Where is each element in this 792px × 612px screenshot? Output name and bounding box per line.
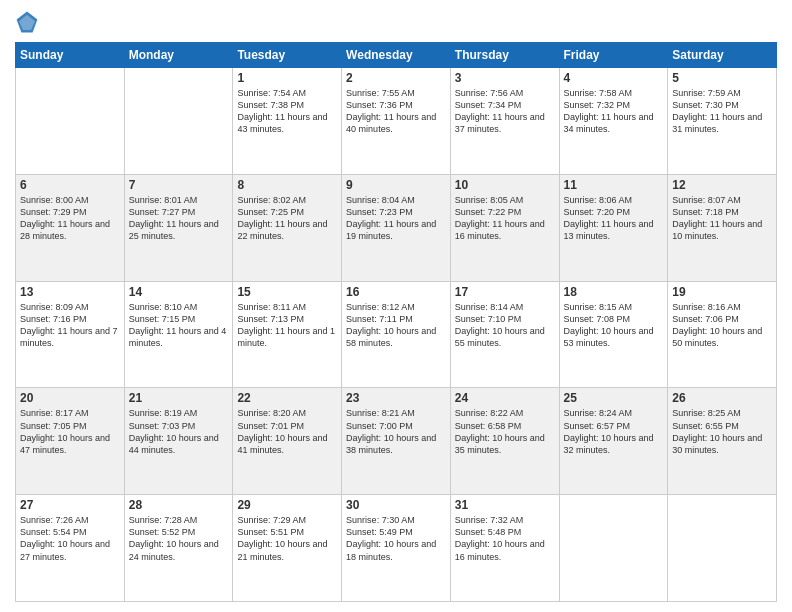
calendar-week-5: 27Sunrise: 7:26 AMSunset: 5:54 PMDayligh… — [16, 495, 777, 602]
calendar-week-2: 6Sunrise: 8:00 AMSunset: 7:29 PMDaylight… — [16, 174, 777, 281]
calendar-cell: 8Sunrise: 8:02 AMSunset: 7:25 PMDaylight… — [233, 174, 342, 281]
day-number: 13 — [20, 285, 120, 299]
logo — [15, 10, 43, 34]
cell-info: Sunrise: 7:58 AMSunset: 7:32 PMDaylight:… — [564, 87, 664, 136]
page: SundayMondayTuesdayWednesdayThursdayFrid… — [0, 0, 792, 612]
day-number: 11 — [564, 178, 664, 192]
cell-info: Sunrise: 8:19 AMSunset: 7:03 PMDaylight:… — [129, 407, 229, 456]
calendar-week-4: 20Sunrise: 8:17 AMSunset: 7:05 PMDayligh… — [16, 388, 777, 495]
day-number: 29 — [237, 498, 337, 512]
cell-info: Sunrise: 7:59 AMSunset: 7:30 PMDaylight:… — [672, 87, 772, 136]
calendar-cell: 10Sunrise: 8:05 AMSunset: 7:22 PMDayligh… — [450, 174, 559, 281]
cell-info: Sunrise: 8:20 AMSunset: 7:01 PMDaylight:… — [237, 407, 337, 456]
day-number: 4 — [564, 71, 664, 85]
calendar-cell: 26Sunrise: 8:25 AMSunset: 6:55 PMDayligh… — [668, 388, 777, 495]
calendar-cell: 17Sunrise: 8:14 AMSunset: 7:10 PMDayligh… — [450, 281, 559, 388]
cell-info: Sunrise: 8:04 AMSunset: 7:23 PMDaylight:… — [346, 194, 446, 243]
calendar-cell: 7Sunrise: 8:01 AMSunset: 7:27 PMDaylight… — [124, 174, 233, 281]
calendar-cell: 29Sunrise: 7:29 AMSunset: 5:51 PMDayligh… — [233, 495, 342, 602]
cell-info: Sunrise: 8:09 AMSunset: 7:16 PMDaylight:… — [20, 301, 120, 350]
calendar-cell: 11Sunrise: 8:06 AMSunset: 7:20 PMDayligh… — [559, 174, 668, 281]
calendar-cell: 21Sunrise: 8:19 AMSunset: 7:03 PMDayligh… — [124, 388, 233, 495]
cell-info: Sunrise: 7:56 AMSunset: 7:34 PMDaylight:… — [455, 87, 555, 136]
calendar-cell: 27Sunrise: 7:26 AMSunset: 5:54 PMDayligh… — [16, 495, 125, 602]
calendar-cell: 19Sunrise: 8:16 AMSunset: 7:06 PMDayligh… — [668, 281, 777, 388]
cell-info: Sunrise: 7:54 AMSunset: 7:38 PMDaylight:… — [237, 87, 337, 136]
calendar-cell: 28Sunrise: 7:28 AMSunset: 5:52 PMDayligh… — [124, 495, 233, 602]
calendar-cell — [124, 68, 233, 175]
calendar-cell: 2Sunrise: 7:55 AMSunset: 7:36 PMDaylight… — [342, 68, 451, 175]
day-number: 7 — [129, 178, 229, 192]
col-header-thursday: Thursday — [450, 43, 559, 68]
col-header-friday: Friday — [559, 43, 668, 68]
day-number: 5 — [672, 71, 772, 85]
calendar-table: SundayMondayTuesdayWednesdayThursdayFrid… — [15, 42, 777, 602]
cell-info: Sunrise: 8:12 AMSunset: 7:11 PMDaylight:… — [346, 301, 446, 350]
calendar-cell: 9Sunrise: 8:04 AMSunset: 7:23 PMDaylight… — [342, 174, 451, 281]
cell-info: Sunrise: 8:24 AMSunset: 6:57 PMDaylight:… — [564, 407, 664, 456]
calendar-cell: 15Sunrise: 8:11 AMSunset: 7:13 PMDayligh… — [233, 281, 342, 388]
logo-icon — [15, 10, 39, 34]
calendar-cell — [668, 495, 777, 602]
calendar-cell: 14Sunrise: 8:10 AMSunset: 7:15 PMDayligh… — [124, 281, 233, 388]
calendar-cell: 12Sunrise: 8:07 AMSunset: 7:18 PMDayligh… — [668, 174, 777, 281]
day-number: 9 — [346, 178, 446, 192]
calendar-cell: 13Sunrise: 8:09 AMSunset: 7:16 PMDayligh… — [16, 281, 125, 388]
cell-info: Sunrise: 8:22 AMSunset: 6:58 PMDaylight:… — [455, 407, 555, 456]
cell-info: Sunrise: 8:21 AMSunset: 7:00 PMDaylight:… — [346, 407, 446, 456]
day-number: 27 — [20, 498, 120, 512]
cell-info: Sunrise: 8:14 AMSunset: 7:10 PMDaylight:… — [455, 301, 555, 350]
calendar-cell: 23Sunrise: 8:21 AMSunset: 7:00 PMDayligh… — [342, 388, 451, 495]
day-number: 23 — [346, 391, 446, 405]
cell-info: Sunrise: 8:17 AMSunset: 7:05 PMDaylight:… — [20, 407, 120, 456]
day-number: 1 — [237, 71, 337, 85]
cell-info: Sunrise: 8:15 AMSunset: 7:08 PMDaylight:… — [564, 301, 664, 350]
calendar-week-3: 13Sunrise: 8:09 AMSunset: 7:16 PMDayligh… — [16, 281, 777, 388]
day-number: 2 — [346, 71, 446, 85]
day-number: 22 — [237, 391, 337, 405]
calendar-cell: 20Sunrise: 8:17 AMSunset: 7:05 PMDayligh… — [16, 388, 125, 495]
cell-info: Sunrise: 8:02 AMSunset: 7:25 PMDaylight:… — [237, 194, 337, 243]
cell-info: Sunrise: 7:32 AMSunset: 5:48 PMDaylight:… — [455, 514, 555, 563]
day-number: 19 — [672, 285, 772, 299]
cell-info: Sunrise: 8:07 AMSunset: 7:18 PMDaylight:… — [672, 194, 772, 243]
cell-info: Sunrise: 8:05 AMSunset: 7:22 PMDaylight:… — [455, 194, 555, 243]
calendar-cell: 5Sunrise: 7:59 AMSunset: 7:30 PMDaylight… — [668, 68, 777, 175]
day-number: 26 — [672, 391, 772, 405]
calendar-cell: 24Sunrise: 8:22 AMSunset: 6:58 PMDayligh… — [450, 388, 559, 495]
day-number: 12 — [672, 178, 772, 192]
day-number: 14 — [129, 285, 229, 299]
day-number: 15 — [237, 285, 337, 299]
day-number: 25 — [564, 391, 664, 405]
cell-info: Sunrise: 8:10 AMSunset: 7:15 PMDaylight:… — [129, 301, 229, 350]
calendar-cell: 3Sunrise: 7:56 AMSunset: 7:34 PMDaylight… — [450, 68, 559, 175]
day-number: 24 — [455, 391, 555, 405]
day-number: 8 — [237, 178, 337, 192]
day-number: 28 — [129, 498, 229, 512]
day-number: 10 — [455, 178, 555, 192]
cell-info: Sunrise: 8:11 AMSunset: 7:13 PMDaylight:… — [237, 301, 337, 350]
day-number: 18 — [564, 285, 664, 299]
cell-info: Sunrise: 8:25 AMSunset: 6:55 PMDaylight:… — [672, 407, 772, 456]
cell-info: Sunrise: 7:29 AMSunset: 5:51 PMDaylight:… — [237, 514, 337, 563]
calendar-cell: 25Sunrise: 8:24 AMSunset: 6:57 PMDayligh… — [559, 388, 668, 495]
day-number: 16 — [346, 285, 446, 299]
day-number: 31 — [455, 498, 555, 512]
cell-info: Sunrise: 7:26 AMSunset: 5:54 PMDaylight:… — [20, 514, 120, 563]
day-number: 3 — [455, 71, 555, 85]
calendar-cell: 16Sunrise: 8:12 AMSunset: 7:11 PMDayligh… — [342, 281, 451, 388]
calendar-cell: 6Sunrise: 8:00 AMSunset: 7:29 PMDaylight… — [16, 174, 125, 281]
calendar-week-1: 1Sunrise: 7:54 AMSunset: 7:38 PMDaylight… — [16, 68, 777, 175]
calendar-cell: 22Sunrise: 8:20 AMSunset: 7:01 PMDayligh… — [233, 388, 342, 495]
col-header-sunday: Sunday — [16, 43, 125, 68]
day-number: 6 — [20, 178, 120, 192]
calendar-cell: 18Sunrise: 8:15 AMSunset: 7:08 PMDayligh… — [559, 281, 668, 388]
day-number: 20 — [20, 391, 120, 405]
cell-info: Sunrise: 8:16 AMSunset: 7:06 PMDaylight:… — [672, 301, 772, 350]
calendar-cell: 31Sunrise: 7:32 AMSunset: 5:48 PMDayligh… — [450, 495, 559, 602]
cell-info: Sunrise: 8:06 AMSunset: 7:20 PMDaylight:… — [564, 194, 664, 243]
cell-info: Sunrise: 8:01 AMSunset: 7:27 PMDaylight:… — [129, 194, 229, 243]
col-header-wednesday: Wednesday — [342, 43, 451, 68]
calendar-cell: 1Sunrise: 7:54 AMSunset: 7:38 PMDaylight… — [233, 68, 342, 175]
calendar-cell: 4Sunrise: 7:58 AMSunset: 7:32 PMDaylight… — [559, 68, 668, 175]
